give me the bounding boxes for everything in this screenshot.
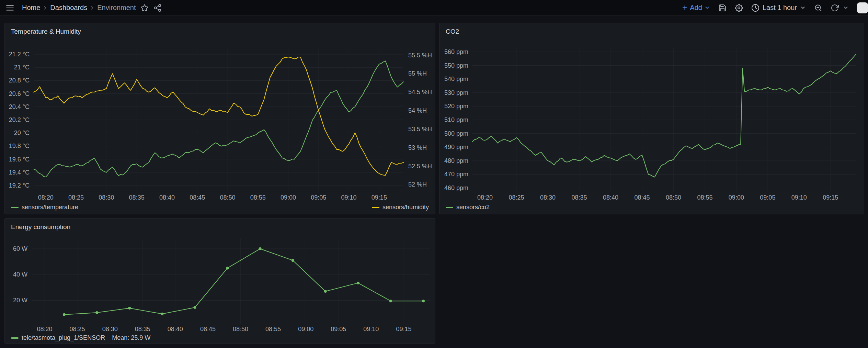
zoom-out-button[interactable]	[813, 2, 824, 13]
svg-text:08:45: 08:45	[200, 326, 216, 333]
svg-text:60 W: 60 W	[13, 245, 27, 252]
svg-text:480 ppm: 480 ppm	[444, 157, 468, 164]
dashboard-settings-button[interactable]	[733, 2, 744, 13]
series-mean-value: Mean: 25.9 W	[112, 334, 150, 341]
svg-text:08:40: 08:40	[168, 326, 183, 333]
user-avatar-button[interactable]	[857, 2, 868, 13]
svg-text:09:15: 09:15	[396, 326, 411, 333]
plus-icon	[682, 5, 688, 11]
series-label: sensors/temperature	[22, 204, 78, 211]
breadcrumb-environment: Environment	[96, 3, 137, 12]
svg-text:09:10: 09:10	[341, 194, 357, 201]
share-button[interactable]	[152, 2, 163, 13]
hamburger-menu-icon	[5, 3, 14, 12]
svg-text:09:05: 09:05	[331, 326, 346, 333]
svg-text:20.4 °C: 20.4 °C	[9, 103, 30, 110]
svg-text:490 ppm: 490 ppm	[444, 144, 468, 150]
svg-text:08:25: 08:25	[68, 194, 84, 201]
legend-item-humidity[interactable]: sensors/humidity	[372, 204, 429, 211]
svg-text:21 °C: 21 °C	[14, 64, 30, 71]
legend-item-co2[interactable]: sensors/co2	[446, 204, 490, 211]
svg-text:08:30: 08:30	[540, 194, 556, 201]
svg-text:540 ppm: 540 ppm	[444, 76, 468, 82]
svg-text:08:20: 08:20	[38, 194, 54, 201]
svg-text:20 °C: 20 °C	[14, 130, 30, 136]
legend-item-temperature[interactable]: sensors/temperature	[11, 204, 78, 211]
svg-text:20.6 °C: 20.6 °C	[9, 90, 30, 97]
svg-text:470 ppm: 470 ppm	[444, 171, 468, 178]
svg-text:08:40: 08:40	[159, 194, 175, 201]
zoom-out-icon	[814, 4, 822, 12]
add-button-label: Add	[690, 4, 702, 12]
panel-title[interactable]: Temperature & Humidity	[5, 23, 87, 40]
panel-temperature-humidity: Temperature & Humidity 08:2008:2508:3008…	[4, 23, 435, 214]
breadcrumb-home[interactable]: Home	[21, 3, 42, 12]
gear-icon	[735, 4, 743, 12]
svg-text:09:15: 09:15	[823, 194, 838, 201]
series-label: sensors/humidity	[382, 204, 429, 211]
save-icon	[718, 4, 727, 12]
legend-item-energy[interactable]: tele/tasmota_plug_1/SENSOR	[11, 334, 105, 341]
svg-text:530 ppm: 530 ppm	[444, 89, 468, 96]
menu-toggle-button[interactable]	[4, 2, 16, 14]
svg-text:08:35: 08:35	[129, 194, 145, 201]
svg-text:560 ppm: 560 ppm	[444, 48, 468, 55]
refresh-icon	[831, 4, 839, 12]
refresh-button[interactable]	[829, 2, 840, 13]
svg-text:08:30: 08:30	[102, 326, 118, 333]
svg-text:09:10: 09:10	[791, 194, 807, 201]
svg-text:08:55: 08:55	[697, 194, 712, 201]
svg-text:08:20: 08:20	[37, 326, 53, 333]
svg-text:19.4 °C: 19.4 °C	[9, 169, 30, 176]
chevron-down-icon	[800, 5, 806, 11]
svg-text:09:00: 09:00	[281, 194, 296, 201]
top-nav: Home Dashboards Environment Add	[0, 0, 868, 16]
energy-consumption-chart[interactable]: 08:2008:2508:3008:3508:4008:4508:5008:55…	[5, 218, 435, 343]
favorite-star-button[interactable]	[139, 2, 150, 13]
svg-text:550 ppm: 550 ppm	[444, 62, 468, 69]
svg-text:08:45: 08:45	[634, 194, 650, 201]
nav-right-group: Add Last 1 hour	[681, 2, 865, 13]
time-range-picker[interactable]: Last 1 hour	[750, 2, 807, 13]
svg-text:55 %H: 55 %H	[408, 70, 427, 77]
svg-text:52.5 %H: 52.5 %H	[408, 163, 432, 170]
breadcrumb: Home Dashboards Environment	[21, 3, 137, 12]
svg-text:20.8 °C: 20.8 °C	[9, 77, 30, 84]
svg-text:53.5 %H: 53.5 %H	[408, 126, 432, 133]
svg-text:54.5 %H: 54.5 %H	[408, 89, 432, 96]
save-dashboard-button[interactable]	[717, 2, 728, 13]
temperature-humidity-chart[interactable]: 08:2008:2508:3008:3508:4008:4508:5008:55…	[5, 23, 435, 214]
add-button[interactable]: Add	[681, 2, 711, 13]
time-range-label: Last 1 hour	[763, 4, 797, 12]
svg-text:09:00: 09:00	[298, 326, 313, 333]
svg-text:19.2 °C: 19.2 °C	[9, 182, 30, 189]
chevron-down-icon	[843, 5, 849, 11]
breadcrumb-dashboards[interactable]: Dashboards	[49, 3, 89, 12]
svg-text:08:25: 08:25	[70, 326, 85, 333]
svg-text:08:25: 08:25	[509, 194, 524, 201]
svg-text:19.6 °C: 19.6 °C	[9, 156, 30, 163]
panel-legend: sensors/co2	[446, 204, 858, 211]
series-label: sensors/co2	[456, 204, 490, 211]
svg-text:500 ppm: 500 ppm	[444, 130, 468, 137]
svg-text:52 %H: 52 %H	[408, 181, 427, 188]
chevron-right-icon	[89, 5, 95, 11]
panel-title[interactable]: Energy consumption	[5, 218, 77, 236]
panel-energy-consumption: Energy consumption 08:2008:2508:3008:350…	[4, 218, 435, 344]
svg-text:09:10: 09:10	[363, 326, 379, 333]
panel-legend: sensors/temperature sensors/humidity	[11, 204, 429, 211]
svg-text:08:30: 08:30	[99, 194, 114, 201]
panel-title[interactable]: CO2	[439, 23, 465, 40]
share-icon	[153, 4, 162, 12]
svg-text:08:55: 08:55	[250, 194, 266, 201]
svg-text:09:15: 09:15	[372, 194, 387, 201]
co2-chart[interactable]: 08:2008:2508:3008:3508:4008:4508:5008:55…	[439, 23, 864, 214]
svg-text:08:20: 08:20	[477, 194, 493, 201]
svg-text:19.8 °C: 19.8 °C	[9, 143, 30, 149]
refresh-interval-dropdown[interactable]	[842, 3, 850, 12]
svg-text:54 %H: 54 %H	[408, 107, 427, 114]
nav-left-group: Home Dashboards Environment	[4, 2, 163, 14]
svg-text:09:05: 09:05	[760, 194, 775, 201]
svg-text:09:05: 09:05	[311, 194, 326, 201]
chevron-right-icon	[42, 5, 48, 11]
